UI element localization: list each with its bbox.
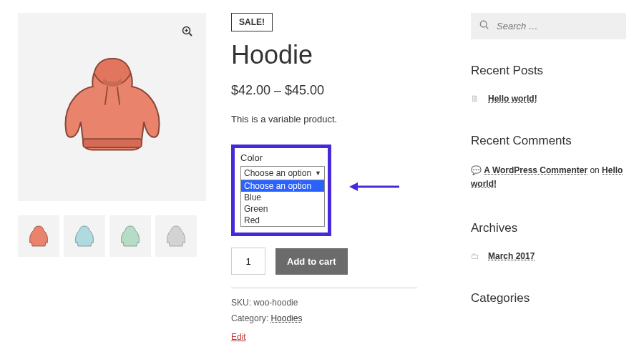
comment-author-link[interactable]: A WordPress Commenter	[484, 165, 587, 175]
recent-post-item: 🗎 Hello world!	[471, 94, 626, 104]
document-icon: 🗎	[471, 94, 481, 104]
chevron-down-icon: ▼	[315, 170, 321, 177]
comment-icon: 💬	[471, 165, 482, 175]
category-label: Category:	[231, 313, 268, 323]
product-title: Hoodie	[231, 40, 417, 70]
product-meta: SKU: woo-hoodie Category: Hoodies	[231, 295, 417, 326]
category-link[interactable]: Hoodies	[270, 313, 302, 323]
product-description: This is a variable product.	[231, 114, 417, 124]
divider	[231, 288, 417, 288]
product-thumbnail[interactable]	[155, 215, 197, 257]
archives-title: Archives	[471, 221, 626, 235]
color-select[interactable]: Choose an option ▼	[240, 166, 325, 180]
categories-title: Categories	[471, 291, 626, 305]
color-option[interactable]: Red	[241, 215, 324, 226]
zoom-icon[interactable]	[182, 26, 193, 39]
variation-color-box: Color Choose an option ▼ Choose an optio…	[231, 145, 331, 236]
quantity-input[interactable]	[231, 248, 265, 275]
search-icon	[479, 20, 489, 32]
recent-post-link[interactable]: Hello world!	[488, 94, 537, 104]
color-option[interactable]: Green	[241, 203, 324, 215]
product-thumbnail[interactable]	[109, 215, 151, 257]
product-price: $42.00 – $45.00	[231, 83, 417, 98]
sku-value: woo-hoodie	[253, 298, 298, 308]
color-dropdown: Choose an option Blue Green Red	[240, 180, 325, 227]
product-main-image[interactable]	[18, 13, 206, 201]
svg-rect-6	[83, 139, 142, 147]
edit-link[interactable]: Edit	[231, 332, 246, 342]
recent-comments-title: Recent Comments	[471, 134, 626, 148]
comment-on-text: on	[590, 165, 599, 175]
search-box[interactable]	[471, 13, 626, 39]
product-thumbnail[interactable]	[64, 215, 105, 257]
archive-link[interactable]: March 2017	[488, 251, 535, 261]
recent-posts-title: Recent Posts	[471, 64, 626, 78]
add-to-cart-button[interactable]: Add to cart	[275, 248, 348, 275]
folder-icon: 🗀	[471, 251, 481, 261]
annotation-arrow-icon	[349, 182, 399, 192]
color-option[interactable]: Choose an option	[241, 180, 324, 192]
archive-item: 🗀 March 2017	[471, 251, 626, 261]
search-input[interactable]	[497, 21, 618, 31]
recent-comment-item: 💬 A WordPress Commenter on Hello world!	[471, 164, 626, 191]
svg-marker-8	[349, 182, 358, 191]
svg-line-1	[190, 34, 192, 36]
color-label: Color	[240, 152, 322, 163]
hoodie-icon	[52, 47, 173, 168]
sale-badge: SALE!	[231, 13, 273, 31]
product-thumbnail[interactable]	[18, 215, 59, 257]
sku-label: SKU:	[231, 298, 251, 308]
color-select-value: Choose an option	[244, 168, 311, 178]
color-option[interactable]: Blue	[241, 192, 324, 203]
svg-point-9	[480, 21, 487, 27]
svg-line-10	[486, 26, 488, 29]
